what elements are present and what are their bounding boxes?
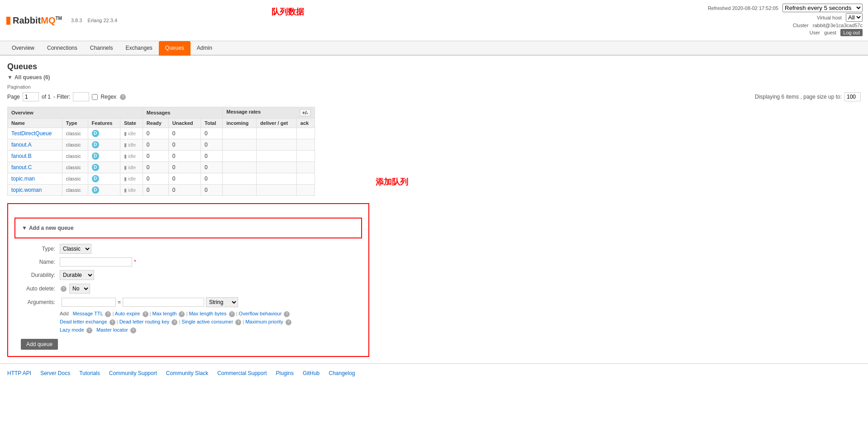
table-row[interactable]: fanout.C classic D ▮ idle 0 0 0 bbox=[8, 162, 315, 173]
nav: Overview Connections Channels Exchanges … bbox=[0, 41, 868, 56]
all-queues-header[interactable]: ▼ All queues (6) bbox=[7, 74, 861, 81]
cell-name[interactable]: fanout.A bbox=[8, 139, 62, 151]
hint-max-length-bytes[interactable]: Max length bytes bbox=[189, 311, 226, 316]
durability-select[interactable]: Durable Transient bbox=[60, 270, 94, 280]
cell-name[interactable]: topic.woman bbox=[8, 185, 62, 196]
hint-dle-icon[interactable]: ? bbox=[110, 319, 115, 325]
hint-ml-icon[interactable]: ? bbox=[130, 328, 136, 333]
table-row[interactable]: topic.woman classic D ▮ idle 0 0 0 bbox=[8, 185, 315, 196]
vhost-label: Virtual host bbox=[817, 15, 842, 20]
cell-name[interactable]: topic.man bbox=[8, 173, 62, 185]
refresh-select[interactable]: Refresh every 5 seconds Refresh every 10… bbox=[782, 4, 863, 12]
hint-lm-icon[interactable]: ? bbox=[86, 328, 92, 333]
cell-ready: 0 bbox=[143, 162, 168, 173]
cell-total: 0 bbox=[201, 128, 223, 139]
filter-label: - Filter: bbox=[53, 94, 70, 100]
hint-single-active-consumer[interactable]: Single active consumer bbox=[181, 319, 233, 324]
arg-val-input[interactable] bbox=[123, 298, 204, 307]
hint-auto-expire[interactable]: Auto expire bbox=[115, 311, 140, 316]
cell-ack bbox=[296, 151, 315, 162]
overview-group-header: Overview bbox=[8, 107, 143, 119]
auto-delete-help-icon[interactable]: ? bbox=[61, 286, 67, 292]
hint-dead-letter-routing-key[interactable]: Dead letter routing key bbox=[119, 319, 170, 324]
cell-type: classic bbox=[62, 173, 88, 185]
hint-maximum-priority[interactable]: Maximum priority bbox=[245, 319, 283, 324]
cell-incoming bbox=[223, 185, 257, 196]
plus-minus-button[interactable]: +/- bbox=[300, 109, 311, 116]
col-unacked: Unacked bbox=[168, 119, 200, 128]
regex-checkbox[interactable] bbox=[92, 94, 98, 100]
footer-github[interactable]: GitHub bbox=[303, 370, 320, 376]
cluster-label: Cluster bbox=[793, 23, 809, 28]
nav-exchanges[interactable]: Exchanges bbox=[119, 41, 158, 56]
name-input[interactable] bbox=[60, 257, 132, 266]
arg-type-select[interactable]: String Number Boolean bbox=[206, 297, 238, 307]
nav-overview[interactable]: Overview bbox=[5, 41, 41, 56]
col-name: Name bbox=[8, 119, 62, 128]
table-row[interactable]: fanout.B classic D ▮ idle 0 0 0 bbox=[8, 151, 315, 162]
footer-commercial-support[interactable]: Commercial Support bbox=[217, 370, 267, 376]
hint-message-ttl[interactable]: Message TTL bbox=[73, 311, 103, 316]
hint-max-length-bytes-icon[interactable]: ? bbox=[229, 311, 235, 317]
hint-max-length-icon[interactable]: ? bbox=[179, 311, 185, 317]
page-size-input[interactable] bbox=[844, 92, 861, 101]
cell-name[interactable]: TestDirectQueue bbox=[8, 128, 62, 139]
table-row[interactable]: fanout.A classic D ▮ idle 0 0 0 bbox=[8, 139, 315, 151]
name-label: Name: bbox=[14, 259, 60, 265]
cell-deliver-get bbox=[257, 139, 297, 151]
messages-group-header: Messages bbox=[143, 107, 222, 119]
arg-key-input[interactable] bbox=[62, 298, 116, 307]
hint-overflow-icon[interactable]: ? bbox=[284, 311, 290, 317]
hint-overflow[interactable]: Overflow behaviour bbox=[239, 311, 282, 316]
cell-ready: 0 bbox=[143, 173, 168, 185]
hint-dead-letter-exchange[interactable]: Dead letter exchange bbox=[60, 319, 107, 324]
cell-unacked: 0 bbox=[168, 128, 200, 139]
auto-delete-select[interactable]: No Yes bbox=[69, 284, 90, 294]
cell-incoming bbox=[223, 162, 257, 173]
nav-connections[interactable]: Connections bbox=[41, 41, 84, 56]
hint-sac-icon[interactable]: ? bbox=[235, 319, 241, 325]
footer-plugins[interactable]: Plugins bbox=[276, 370, 294, 376]
hint-master-locator[interactable]: Master locator bbox=[96, 327, 128, 333]
table-row[interactable]: TestDirectQueue classic D ▮ idle 0 0 0 bbox=[8, 128, 315, 139]
cell-type: classic bbox=[62, 162, 88, 173]
add-queue-button[interactable]: Add queue bbox=[21, 339, 58, 350]
add-queue-title: ▼ Add a new queue bbox=[14, 218, 362, 238]
footer-http-api[interactable]: HTTP API bbox=[7, 370, 31, 376]
footer-tutorials[interactable]: Tutorials bbox=[79, 370, 100, 376]
logout-button[interactable]: Log out bbox=[840, 29, 863, 36]
footer-changelog[interactable]: Changelog bbox=[329, 370, 355, 376]
hint-mp-icon[interactable]: ? bbox=[286, 319, 291, 325]
hint-auto-expire-icon[interactable]: ? bbox=[143, 311, 148, 317]
hint-message-ttl-icon[interactable]: ? bbox=[105, 311, 111, 317]
required-star: * bbox=[134, 259, 136, 265]
cell-ready: 0 bbox=[143, 139, 168, 151]
logo-icon: ▮ bbox=[5, 14, 11, 26]
regex-help-icon[interactable]: ? bbox=[120, 94, 126, 100]
nav-queues[interactable]: Queues bbox=[159, 41, 191, 56]
nav-channels[interactable]: Channels bbox=[84, 41, 119, 56]
cell-name[interactable]: fanout.B bbox=[8, 151, 62, 162]
filter-input[interactable] bbox=[73, 92, 89, 101]
footer-community-support[interactable]: Community Support bbox=[109, 370, 157, 376]
cell-incoming bbox=[223, 173, 257, 185]
auto-delete-label: Auto delete: bbox=[14, 285, 60, 292]
cell-ready: 0 bbox=[143, 151, 168, 162]
cell-features: D bbox=[88, 173, 120, 185]
footer-community-slack[interactable]: Community Slack bbox=[166, 370, 208, 376]
annotation-title: 队列数据 bbox=[272, 6, 304, 17]
cell-features: D bbox=[88, 139, 120, 151]
logo-text: RabbitMQTM bbox=[13, 15, 62, 26]
type-select[interactable]: Classic Quorum bbox=[60, 244, 91, 254]
page-input[interactable] bbox=[23, 92, 39, 101]
hint-lazy-mode[interactable]: Lazy mode bbox=[60, 327, 84, 333]
table-row[interactable]: topic.man classic D ▮ idle 0 0 0 bbox=[8, 173, 315, 185]
cell-name[interactable]: fanout.C bbox=[8, 162, 62, 173]
footer-server-docs[interactable]: Server Docs bbox=[40, 370, 70, 376]
vhost-select[interactable]: All bbox=[846, 13, 863, 22]
hint-links-row2: Dead letter exchange ? | Dead letter rou… bbox=[60, 319, 362, 325]
hint-dlrk-icon[interactable]: ? bbox=[172, 319, 177, 325]
nav-admin[interactable]: Admin bbox=[191, 41, 219, 56]
hint-max-length[interactable]: Max length bbox=[153, 311, 177, 316]
add-queue-arrow: ▼ bbox=[22, 225, 27, 231]
